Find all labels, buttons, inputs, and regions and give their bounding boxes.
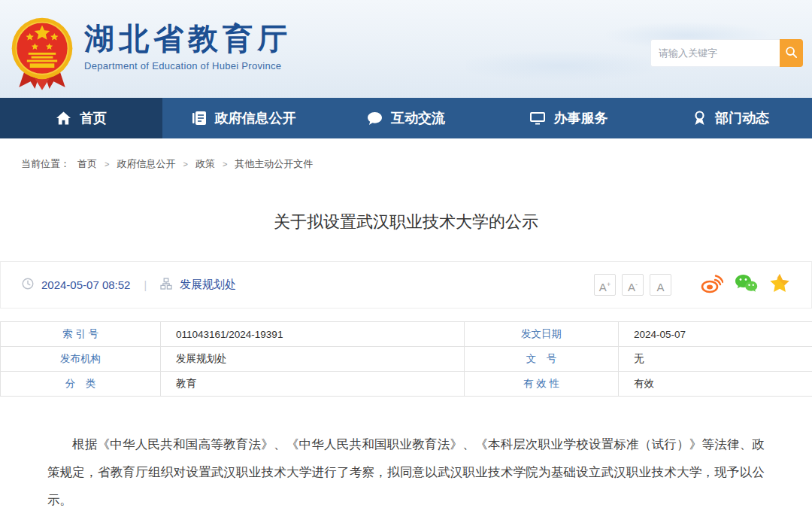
category-label: 分 类	[1, 372, 161, 397]
article-meta-right: A+ A- A	[594, 273, 790, 296]
publish-department[interactable]: 发展规划处	[180, 278, 236, 292]
publisher-value: 发展规划处	[161, 347, 465, 372]
table-row: 发布机构 发展规划处 文 号 无	[1, 347, 812, 372]
nav-item-home[interactable]: 首页	[0, 98, 162, 138]
nav-label: 政府信息公开	[215, 109, 296, 127]
nav-label: 办事服务	[554, 109, 608, 127]
nav-label: 首页	[80, 109, 107, 127]
font-decrease-button[interactable]: A-	[622, 274, 644, 296]
nav-item-gov-info[interactable]: 政府信息公开	[162, 98, 325, 138]
national-emblem-logo	[6, 9, 78, 96]
breadcrumb-separator: >	[223, 160, 227, 169]
publish-datetime: 2024-05-07 08:52	[41, 278, 130, 291]
clock-icon	[22, 278, 34, 292]
table-row: 索 引 号 011043161/2024-19391 发文日期 2024-05-…	[1, 322, 812, 347]
article-meta-bar: 2024-05-07 08:52 | 发展规划处 A+ A- A	[0, 261, 812, 309]
font-size-controls: A+ A- A	[594, 274, 671, 296]
index-number-label: 索 引 号	[1, 322, 161, 347]
article-title: 关于拟设置武汉职业技术大学的公示	[0, 211, 812, 233]
breadcrumb-separator: >	[105, 160, 109, 169]
breadcrumb-item-policy[interactable]: 政策	[195, 157, 215, 171]
breadcrumb-separator: >	[183, 160, 187, 169]
site-search	[650, 39, 803, 67]
font-increase-button[interactable]: A+	[594, 274, 616, 296]
nav-item-department-news[interactable]: 部门动态	[650, 98, 812, 138]
font-reset-button[interactable]: A	[650, 274, 671, 296]
nav-label: 部门动态	[715, 109, 769, 127]
weibo-icon[interactable]	[701, 274, 723, 296]
site-title: 湖北省教育厅	[84, 23, 292, 56]
meta-separator: |	[144, 279, 147, 291]
issue-date-value: 2024-05-07	[619, 322, 812, 347]
qzone-icon[interactable]	[769, 273, 790, 296]
main-nav: 首页 政府信息公开 互动交流 办事	[0, 98, 812, 138]
nav-label: 互动交流	[391, 109, 445, 127]
breadcrumb-label: 当前位置：	[21, 157, 70, 171]
breadcrumb-item-other-files[interactable]: 其他主动公开文件	[235, 157, 313, 171]
search-button[interactable]	[780, 39, 803, 67]
doc-number-value: 无	[619, 347, 812, 372]
publisher-label: 发布机构	[1, 347, 161, 372]
issue-date-label: 发文日期	[465, 322, 619, 347]
site-header: 湖北省教育厅 Department of Education of Hubei …	[0, 0, 812, 98]
site-subtitle: Department of Education of Hubei Provinc…	[84, 60, 292, 71]
site-brand: 湖北省教育厅 Department of Education of Hubei …	[84, 23, 292, 71]
nav-item-interaction[interactable]: 互动交流	[325, 98, 487, 138]
search-input[interactable]	[650, 39, 780, 67]
sitemap-icon	[160, 278, 172, 292]
search-icon	[785, 46, 798, 61]
breadcrumb: 当前位置： 首页 > 政府信息公开 > 政策 > 其他主动公开文件	[0, 138, 812, 171]
article-meta-left: 2024-05-07 08:52 | 发展规划处	[22, 278, 236, 292]
document-info-table: 索 引 号 011043161/2024-19391 发文日期 2024-05-…	[0, 321, 812, 397]
table-row: 分 类 教育 有 效 性 有效	[1, 372, 812, 397]
home-icon	[56, 111, 71, 126]
breadcrumb-item-gov-info[interactable]: 政府信息公开	[117, 157, 175, 171]
category-value: 教育	[161, 372, 465, 397]
index-number-value: 011043161/2024-19391	[161, 322, 465, 347]
chat-icon	[367, 111, 383, 126]
breadcrumb-item-home[interactable]: 首页	[77, 157, 97, 171]
document-icon	[192, 111, 207, 126]
article-body-paragraph: 根据《中华人民共和国高等教育法》、《中华人民共和国职业教育法》、《本科层次职业学…	[47, 430, 765, 514]
validity-value: 有效	[619, 372, 812, 397]
badge-icon	[692, 111, 707, 126]
monitor-icon	[529, 111, 546, 126]
doc-number-label: 文 号	[465, 347, 619, 372]
validity-label: 有 效 性	[465, 372, 619, 397]
wechat-icon[interactable]	[735, 274, 758, 296]
nav-item-services[interactable]: 办事服务	[487, 98, 650, 138]
